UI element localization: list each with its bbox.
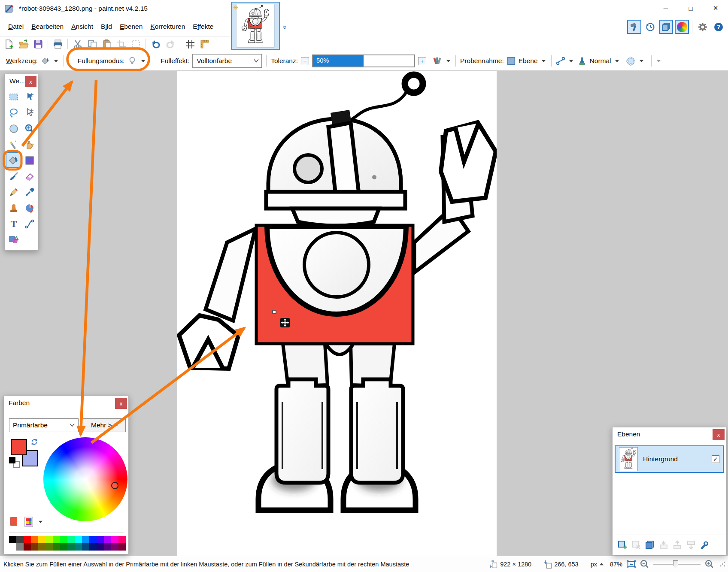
more-button[interactable]: Mehr > >: [83, 418, 126, 432]
fit-to-window-icon[interactable]: [627, 560, 636, 569]
palette-swatch[interactable]: [67, 536, 75, 543]
layers-icon[interactable]: [659, 20, 673, 34]
palette-swatch[interactable]: [31, 536, 38, 543]
palette-swatch[interactable]: [46, 543, 53, 551]
image-tab[interactable]: ✳: [231, 2, 280, 50]
palette-swatch[interactable]: [75, 536, 82, 543]
copy-icon[interactable]: [86, 38, 98, 50]
tolerance-increase-button[interactable]: +: [418, 57, 426, 65]
gear-icon[interactable]: [695, 20, 710, 34]
history-icon[interactable]: [643, 20, 657, 34]
line-curve-tool-icon[interactable]: [21, 216, 37, 232]
layers-window-close-button[interactable]: x: [713, 429, 725, 440]
pencil-tool-icon[interactable]: [6, 184, 21, 200]
tolerance-slider[interactable]: 50%: [312, 54, 415, 67]
color-wheel-selector[interactable]: [111, 482, 118, 489]
zoom-slider-thumb[interactable]: [673, 560, 678, 568]
layer-visibility-checkbox[interactable]: ✓: [712, 455, 719, 463]
palette-swatch[interactable]: [24, 536, 31, 543]
ruler-icon[interactable]: [198, 38, 211, 50]
palette-swatch[interactable]: [46, 536, 53, 543]
duplicate-layer-icon[interactable]: [643, 539, 656, 551]
grid-icon[interactable]: [184, 38, 196, 50]
tools-window-close-button[interactable]: x: [25, 76, 36, 87]
palette-swatch[interactable]: [82, 536, 89, 543]
sample-source-chevron-icon[interactable]: [541, 59, 547, 64]
colors-window-close-button[interactable]: x: [115, 398, 127, 409]
add-to-palette-icon[interactable]: [9, 517, 19, 527]
palette-menu-icon[interactable]: [24, 517, 34, 527]
undo-icon[interactable]: [149, 38, 162, 50]
print-icon[interactable]: [52, 38, 64, 50]
palette-swatch[interactable]: [67, 543, 75, 551]
paintbrush-tool-icon[interactable]: [6, 168, 21, 184]
help-icon[interactable]: ?: [711, 20, 725, 34]
palette-swatch[interactable]: [82, 543, 89, 551]
palette-swatch[interactable]: [53, 543, 60, 551]
primary-color-swatch[interactable]: [11, 439, 27, 455]
palette-swatch[interactable]: [31, 543, 38, 551]
ellipse-select-tool-icon[interactable]: [6, 121, 21, 136]
palette-swatch[interactable]: [104, 536, 111, 543]
colorwheel-icon[interactable]: [675, 20, 689, 34]
layer-row[interactable]: Hintergrund ✓: [615, 445, 724, 473]
palette-swatch[interactable]: [97, 543, 104, 551]
antialias-icon[interactable]: [626, 56, 636, 66]
current-tool-icon[interactable]: [41, 56, 50, 66]
lasso-select-tool-icon[interactable]: [6, 105, 21, 121]
palette-swatch[interactable]: [38, 536, 46, 543]
menu-korrekturen[interactable]: Korrekturen: [146, 20, 189, 33]
resize-grip[interactable]: [720, 561, 725, 567]
color-mode-combo[interactable]: Primärfarbe: [9, 418, 79, 432]
palette-swatch[interactable]: [24, 543, 31, 551]
blend-mode-chevron-icon[interactable]: [614, 59, 620, 64]
canvas[interactable]: [177, 71, 497, 556]
palette-swatch[interactable]: [16, 536, 24, 543]
unit-selector[interactable]: px: [591, 561, 604, 568]
blend-mode-flask-icon[interactable]: [577, 56, 587, 66]
menu-effekte[interactable]: Effekte: [189, 20, 217, 33]
fill-mode-chevron-icon[interactable]: [140, 59, 146, 64]
blend-fan-chevron-icon[interactable]: [445, 59, 451, 64]
fill-style-combo[interactable]: Volltonfarbe: [192, 54, 262, 68]
antialias-chevron-icon[interactable]: [639, 59, 645, 64]
palette-swatch[interactable]: [104, 543, 111, 551]
text-tool-icon[interactable]: T: [6, 216, 21, 232]
palette-swatch[interactable]: [75, 543, 82, 551]
recolor-tool-icon[interactable]: [21, 200, 37, 216]
menu-datei[interactable]: Datei: [4, 20, 27, 33]
fill-mode-icon[interactable]: [127, 56, 137, 66]
options-overflow-chevron-icon[interactable]: [656, 59, 662, 64]
save-icon[interactable]: [32, 38, 44, 50]
palette-swatch[interactable]: [60, 536, 67, 543]
palette-swatch[interactable]: [60, 543, 67, 551]
default-black-swatch[interactable]: [9, 457, 15, 463]
zoom-in-icon[interactable]: [705, 560, 714, 569]
palette-swatch[interactable]: [111, 536, 118, 543]
palette-swatch[interactable]: [97, 536, 104, 543]
eraser-tool-icon[interactable]: [21, 168, 37, 184]
menu-bild[interactable]: Bild: [97, 20, 116, 33]
minimize-button[interactable]: ─: [653, 0, 678, 16]
paste-icon[interactable]: [100, 38, 113, 50]
menu-bearbeiten[interactable]: Bearbeiten: [27, 20, 67, 33]
tool-dropdown-chevron-icon[interactable]: [53, 59, 59, 64]
swap-colors-icon[interactable]: [30, 438, 38, 446]
zoom-level[interactable]: 87%: [610, 561, 622, 568]
menu-ebenen[interactable]: Ebenen: [116, 20, 146, 33]
palette-swatch[interactable]: [89, 536, 97, 543]
blend-fan-icon[interactable]: [433, 56, 442, 66]
palette-swatch[interactable]: [111, 543, 118, 551]
zoom-tool-icon[interactable]: [21, 121, 37, 136]
palette-swatch[interactable]: [118, 543, 126, 551]
new-file-icon[interactable]: [3, 38, 15, 50]
selection-mode-icon[interactable]: [556, 56, 565, 66]
palette-swatch[interactable]: [38, 543, 46, 551]
color-wheel[interactable]: [43, 437, 127, 521]
shapes-tool-icon[interactable]: [6, 232, 21, 248]
palette-swatch[interactable]: [89, 543, 97, 551]
open-icon[interactable]: [17, 38, 30, 50]
menu-ansicht[interactable]: Ansicht: [67, 20, 97, 33]
tolerance-decrease-button[interactable]: −: [301, 57, 309, 65]
selection-mode-chevron-icon[interactable]: [568, 59, 574, 64]
